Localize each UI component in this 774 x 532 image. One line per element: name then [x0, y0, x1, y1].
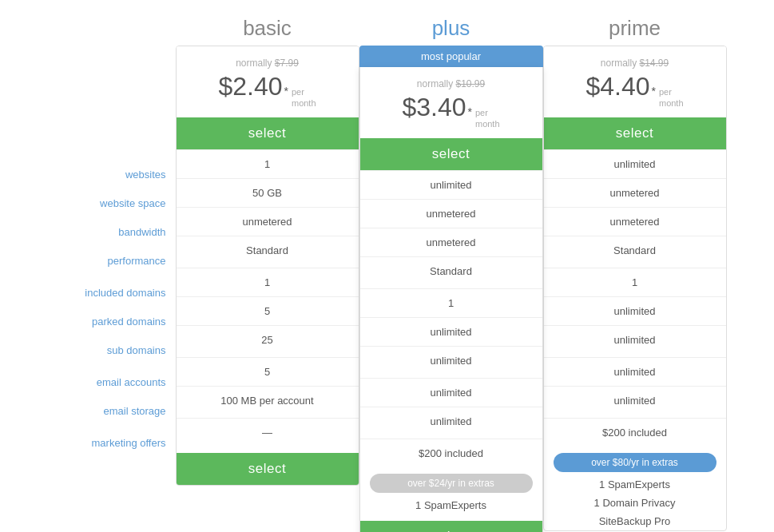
plus-included-domains: 1: [360, 288, 542, 317]
plan-basic: basic normally $7.99 $2.40 * permonth se…: [176, 16, 359, 486]
plan-basic-card: normally $7.99 $2.40 * permonth select 1…: [176, 46, 359, 486]
basic-website-space: 50 GB: [177, 178, 359, 207]
basic-marketing-offers: —: [177, 418, 359, 447]
plan-prime-extra-0: 1 SpamExperts: [544, 475, 726, 494]
plus-websites: unlimited: [360, 170, 542, 199]
basic-email-accounts: 5: [177, 357, 359, 386]
prime-websites: unlimited: [544, 149, 726, 178]
basic-sub-domains: 25: [177, 325, 359, 354]
plan-plus-select-top[interactable]: select: [360, 138, 542, 170]
prime-included-domains: 1: [544, 268, 726, 296]
plan-basic-select-top[interactable]: select: [177, 117, 359, 149]
plan-plus-footer: over $24/yr in extras 1 SpamExperts sele…: [360, 474, 542, 532]
plan-prime-extras-badge: over $80/yr in extras: [554, 453, 716, 472]
basic-parked-domains: 5: [177, 296, 359, 325]
plan-plus-pricing: normally $10.99 $3.40 * permonth: [360, 67, 542, 138]
label-bandwidth: bandwidth: [118, 217, 165, 246]
basic-email-storage: 100 MB per account: [177, 386, 359, 415]
label-included-domains: included domains: [85, 278, 165, 307]
prime-email-accounts: unlimited: [544, 357, 726, 386]
plan-basic-title: basic: [243, 16, 292, 41]
plan-prime-normally: normally $14.99: [552, 58, 718, 69]
plan-plus: plus most popular normally $10.99 $3.40 …: [359, 16, 543, 532]
plan-basic-period: permonth: [292, 86, 316, 109]
plan-prime-features: unlimited unmetered unmetered Standard 1…: [544, 149, 726, 447]
pricing-container: websites website space bandwidth perform…: [0, 0, 774, 532]
plus-bandwidth: unmetered: [360, 228, 542, 256]
basic-bandwidth: unmetered: [177, 207, 359, 236]
plan-basic-features: 1 50 GB unmetered Standard 1 5 25 5 100 …: [177, 149, 359, 447]
plan-prime-original-price: $14.99: [639, 58, 669, 69]
plan-plus-asterisk: *: [468, 105, 472, 118]
plan-basic-asterisk: *: [284, 85, 288, 97]
plan-basic-select-bottom[interactable]: select: [177, 453, 359, 485]
plan-prime-asterisk: *: [652, 85, 656, 97]
plus-sub-domains: unlimited: [360, 346, 542, 375]
plan-prime-title: prime: [609, 16, 661, 41]
plan-plus-price-row: $3.40 * permonth: [368, 93, 534, 130]
label-email-accounts: email accounts: [97, 367, 166, 396]
plus-website-space: unmetered: [360, 199, 542, 228]
plan-plus-original-price: $10.99: [455, 78, 485, 89]
label-parked-domains: parked domains: [92, 307, 166, 335]
plan-plus-extra-0: 1 SpamExperts: [360, 496, 542, 514]
label-sub-domains: sub domains: [107, 335, 166, 364]
plan-prime-price-row: $4.40 * permonth: [552, 72, 718, 109]
plan-prime-extra-1: 1 Domain Privacy: [544, 494, 726, 512]
plus-performance: Standard: [360, 256, 542, 285]
basic-included-domains: 1: [177, 268, 359, 296]
plan-plus-price: $3.40: [402, 93, 466, 122]
prime-parked-domains: unlimited: [544, 296, 726, 325]
prime-website-space: unmetered: [544, 178, 726, 207]
plan-prime-extra-2: SiteBackup Pro: [544, 512, 726, 530]
plan-basic-normally: normally $7.99: [185, 58, 351, 69]
plan-plus-title: plus: [432, 16, 470, 41]
plans-wrapper: websites website space bandwidth perform…: [32, 16, 742, 532]
plan-prime-card: normally $14.99 $4.40 * permonth select …: [543, 46, 727, 531]
plus-marketing-offers: $200 included: [360, 439, 542, 467]
plan-plus-card: normally $10.99 $3.40 * permonth select …: [359, 67, 543, 532]
label-websites: websites: [125, 160, 166, 189]
prime-bandwidth: unmetered: [544, 207, 726, 236]
plan-plus-features: unlimited unmetered unmetered Standard 1…: [360, 170, 542, 467]
label-performance: performance: [108, 246, 166, 275]
plan-prime-period: permonth: [659, 86, 684, 109]
plus-parked-domains: unlimited: [360, 317, 542, 346]
plan-prime-pricing: normally $14.99 $4.40 * permonth: [544, 46, 726, 117]
plan-plus-extras-badge: over $24/yr in extras: [370, 474, 533, 493]
labels-column: websites website space bandwidth perform…: [48, 16, 176, 457]
plan-plus-select-bottom[interactable]: select: [360, 521, 542, 532]
label-website-space: website space: [100, 189, 165, 217]
prime-sub-domains: unlimited: [544, 325, 726, 354]
basic-websites: 1: [177, 149, 359, 178]
label-email-storage: email storage: [103, 396, 165, 425]
label-marketing-offers: marketing offers: [92, 428, 166, 457]
plan-prime-price: $4.40: [585, 72, 649, 101]
plan-basic-pricing: normally $7.99 $2.40 * permonth: [177, 46, 359, 117]
basic-performance: Standard: [177, 236, 359, 264]
plan-basic-price: $2.40: [218, 72, 282, 101]
plan-basic-price-row: $2.40 * permonth: [185, 72, 351, 109]
most-popular-badge: most popular: [359, 46, 543, 67]
plan-basic-original-price: $7.99: [275, 58, 299, 69]
plan-prime-footer: over $80/yr in extras 1 SpamExperts 1 Do…: [544, 453, 726, 530]
plus-email-storage: unlimited: [360, 407, 542, 435]
plus-email-accounts: unlimited: [360, 378, 542, 407]
prime-performance: Standard: [544, 236, 726, 264]
plan-plus-normally: normally $10.99: [368, 78, 534, 89]
prime-email-storage: unlimited: [544, 386, 726, 415]
plan-prime: prime normally $14.99 $4.40 * permonth s…: [543, 16, 727, 531]
plan-prime-select-top[interactable]: select: [544, 117, 726, 149]
prime-marketing-offers: $200 included: [544, 418, 726, 447]
plan-plus-period: permonth: [475, 107, 500, 130]
